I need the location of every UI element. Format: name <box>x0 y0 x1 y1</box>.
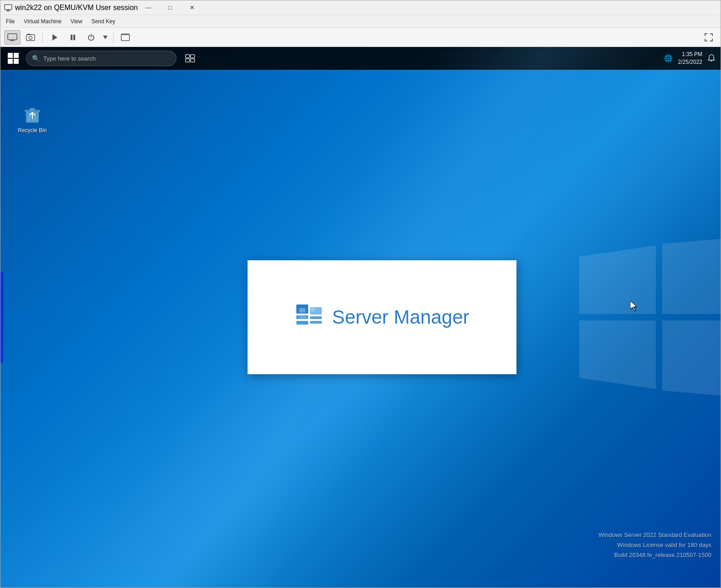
recycle-bin-label: Recycle Bin <box>18 127 46 134</box>
svg-rect-35 <box>185 55 190 58</box>
snapshot-button[interactable] <box>22 30 39 45</box>
svg-rect-27 <box>299 308 306 313</box>
toolbar-separator-1 <box>42 32 43 43</box>
ws-line1: Windows Server 2022 Standard Evaluation <box>598 530 711 540</box>
play-button[interactable] <box>46 30 63 45</box>
recycle-bin-icon[interactable]: Recycle Bin <box>14 102 51 136</box>
svg-rect-30 <box>310 321 322 324</box>
svg-point-8 <box>29 36 32 39</box>
recycle-bin-graphic <box>21 103 43 125</box>
start-button[interactable] <box>2 47 24 69</box>
svg-rect-33 <box>299 316 307 319</box>
svg-rect-14 <box>121 34 123 35</box>
svg-rect-37 <box>185 59 190 62</box>
minimize-button[interactable]: — <box>138 1 159 14</box>
title-bar: win2k22 on QEMU/KVM User session — □ ✕ <box>0 0 721 15</box>
svg-rect-32 <box>311 310 314 311</box>
clock[interactable]: 1:35 PM 2/25/2022 <box>678 51 702 66</box>
server-manager-logo: Server Manager <box>295 303 469 332</box>
svg-rect-2 <box>6 10 10 11</box>
system-tray: 🌐 <box>664 54 673 62</box>
pause-button[interactable] <box>65 30 81 45</box>
svg-line-21 <box>29 113 30 121</box>
menu-file[interactable]: File <box>2 17 18 26</box>
ws-line3: Build 20348.fe_release.210507-1500 <box>598 550 711 560</box>
svg-rect-15 <box>128 34 129 35</box>
svg-rect-13 <box>121 35 129 41</box>
server-manager-icon <box>295 303 324 332</box>
screenshot-button[interactable] <box>117 30 134 45</box>
ws-line2: Windows License valid for 180 days <box>598 540 711 550</box>
svg-marker-9 <box>52 34 57 41</box>
host-window: win2k22 on QEMU/KVM User session — □ ✕ F… <box>0 0 721 588</box>
close-button[interactable]: ✕ <box>181 1 202 14</box>
maximize-button[interactable]: □ <box>160 1 180 14</box>
svg-rect-31 <box>311 309 316 309</box>
window-controls: — □ ✕ <box>138 1 202 14</box>
notification-button[interactable] <box>704 51 719 66</box>
svg-marker-12 <box>103 36 108 39</box>
svg-rect-10 <box>71 35 72 40</box>
server-manager-title: Server Manager <box>332 306 469 328</box>
svg-rect-16 <box>124 34 127 35</box>
display-button[interactable] <box>4 30 21 45</box>
power-dropdown-button[interactable] <box>101 30 109 45</box>
svg-rect-5 <box>10 41 15 41</box>
left-edge-bar <box>0 272 3 363</box>
svg-rect-38 <box>191 59 195 62</box>
svg-rect-7 <box>27 34 30 35</box>
title-bar-icon <box>4 4 12 12</box>
taskbar: 🔍 Type here to search 🌐 <box>0 47 721 70</box>
power-button[interactable] <box>83 30 99 45</box>
fullscreen-button[interactable] <box>700 30 717 45</box>
windows-desktop[interactable]: Recycle Bin <box>0 47 721 588</box>
search-placeholder-text: Type here to search <box>43 55 96 62</box>
windows-watermark <box>579 237 721 397</box>
task-view-button[interactable] <box>180 48 200 68</box>
clock-time: 1:35 PM <box>682 51 702 58</box>
server-manager-splash[interactable]: Server Manager <box>247 260 516 374</box>
toolbar <box>0 28 721 47</box>
taskbar-search[interactable]: 🔍 Type here to search <box>26 51 176 66</box>
svg-rect-36 <box>191 55 195 58</box>
menu-view[interactable]: View <box>67 17 86 26</box>
vm-screen[interactable]: Recycle Bin <box>0 47 721 588</box>
svg-rect-3 <box>8 34 17 40</box>
svg-rect-26 <box>297 321 309 325</box>
toolbar-separator-2 <box>113 32 113 43</box>
title-bar-text: win2k22 on QEMU/KVM User session <box>15 4 138 12</box>
menu-send-key[interactable]: Send Key <box>88 17 119 26</box>
search-icon: 🔍 <box>32 55 40 62</box>
windows-server-info: Windows Server 2022 Standard Evaluation … <box>598 530 711 560</box>
clock-date: 2/25/2022 <box>678 58 702 66</box>
svg-rect-29 <box>310 316 322 319</box>
network-icon[interactable]: 🌐 <box>664 54 673 62</box>
svg-rect-19 <box>30 108 35 110</box>
svg-line-23 <box>35 113 36 121</box>
svg-rect-11 <box>73 35 75 40</box>
svg-rect-0 <box>5 5 12 10</box>
menu-bar: File Virtual Machine View Send Key <box>0 15 721 28</box>
menu-virtual-machine[interactable]: Virtual Machine <box>20 17 65 26</box>
